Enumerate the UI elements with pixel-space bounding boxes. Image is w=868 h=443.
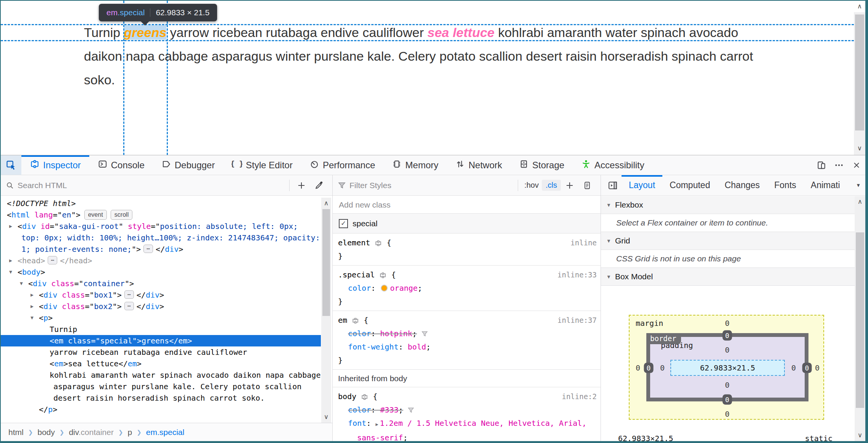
scrollbar-thumb[interactable]	[855, 14, 864, 130]
layout-scrollbar[interactable]: ∧ ∨	[855, 196, 865, 441]
property-value[interactable]: orange	[390, 284, 417, 293]
property-value[interactable]: 1.2em / 1.5 Helvetica Neue, Helvetica, A…	[357, 419, 586, 441]
section-grid-header[interactable]: ▼ Grid	[601, 232, 855, 250]
sidebar-tab-layout[interactable]: Layout	[622, 175, 662, 195]
rule-source-link[interactable]: inline:33	[557, 268, 597, 282]
tree-node[interactable]: <em>sea lettuce</em>	[1, 358, 321, 369]
add-rule-button[interactable]	[561, 176, 578, 195]
markup-scrollbar[interactable]: ∧ ∨	[321, 198, 331, 423]
tree-node[interactable]: ▶<div id="saka-gui-root" style="position…	[1, 221, 321, 232]
search-html-input[interactable]	[18, 181, 286, 190]
node-badge-scroll[interactable]: scroll	[111, 210, 132, 220]
rule-selector[interactable]: element	[338, 238, 370, 247]
tree-node[interactable]: 1; pointer-events: none;">⋯</div>	[1, 243, 321, 255]
rule-source-link[interactable]: inline:37	[557, 314, 597, 327]
border-top-value[interactable]: 0	[723, 330, 732, 341]
highlight-selector-icon[interactable]	[370, 238, 382, 247]
expand-arrow-icon[interactable]: ▶	[9, 221, 12, 232]
breadcrumb-item-em.special[interactable]: em.special	[144, 428, 187, 437]
css-declaration[interactable]: font-weight: bold;	[333, 340, 601, 354]
padding-bottom-value[interactable]: 0	[725, 380, 730, 390]
tab-storage[interactable]: Storage	[510, 155, 573, 175]
tree-node[interactable]: asparagus winter purslane kale. Celery p…	[1, 381, 321, 392]
tree-node[interactable]: ▼<p>	[1, 312, 321, 324]
class-checkbox[interactable]: ✓	[339, 219, 348, 228]
highlight-selector-icon[interactable]	[375, 270, 386, 279]
css-declaration[interactable]: color: hotpink;	[333, 327, 601, 340]
tree-node-selected[interactable]: <em class="special">greens</em>	[1, 335, 321, 346]
rule-source-link[interactable]: inline	[570, 236, 597, 250]
expand-icon[interactable]: ▶	[375, 422, 378, 427]
property-name[interactable]: color	[348, 284, 371, 293]
tree-node[interactable]: </p>	[1, 404, 321, 415]
sidebar-toggle-button[interactable]	[604, 176, 622, 195]
highlight-selector-icon[interactable]	[347, 316, 359, 325]
tree-node[interactable]: Turnip	[1, 324, 321, 335]
scroll-up-arrow[interactable]: ∧	[855, 196, 865, 208]
breadcrumb-item-body[interactable]: body	[35, 428, 57, 437]
tab-accessibility[interactable]: Accessibility	[573, 155, 653, 175]
section-flexbox-header[interactable]: ▼ Flexbox	[601, 196, 855, 214]
margin-left-value[interactable]: 0	[636, 363, 640, 372]
scroll-up-arrow[interactable]: ∧	[854, 1, 865, 12]
sidebar-tab-fonts[interactable]: Fonts	[767, 175, 804, 195]
scroll-down-arrow[interactable]: ∨	[854, 143, 865, 154]
close-devtools-button[interactable]	[848, 155, 865, 175]
css-declaration[interactable]: font: ▶1.2em / 1.5 Helvetica Neue, Helve…	[333, 417, 601, 441]
toggle-hover-pseudo-button[interactable]: :hov	[521, 181, 542, 190]
tab-console[interactable]: Console	[89, 155, 153, 175]
tree-node[interactable]: kohlrabi amaranth water spinach avocado …	[1, 369, 321, 381]
filter-styles-input[interactable]	[349, 181, 515, 190]
print-media-button[interactable]	[578, 176, 596, 195]
border-right-value[interactable]: 0	[802, 363, 812, 373]
eyedropper-button[interactable]	[310, 176, 328, 195]
expand-arrow-icon[interactable]: ▶	[31, 289, 34, 301]
collapse-arrow-icon[interactable]: ▼	[9, 266, 12, 278]
tree-node[interactable]: <!DOCTYPE html>	[1, 198, 321, 209]
border-left-value[interactable]: 0	[644, 363, 654, 373]
sidebar-tab-changes[interactable]: Changes	[717, 175, 767, 195]
property-name[interactable]: color	[348, 405, 371, 414]
scrollbar-thumb[interactable]	[856, 232, 864, 408]
padding-left-value[interactable]: 0	[660, 363, 665, 372]
tree-node[interactable]: <html lang="en">eventscroll	[1, 209, 321, 221]
pick-element-button[interactable]	[1, 155, 21, 175]
box-model-content[interactable]: 62.9833×21.5	[670, 360, 785, 376]
property-name[interactable]: font-weight	[348, 342, 398, 351]
css-declaration[interactable]: color: orange;	[333, 282, 601, 295]
inline-expander[interactable]: ⋯	[124, 302, 134, 310]
inline-expander[interactable]: ⋯	[124, 290, 134, 299]
tab-inspector[interactable]: Inspector	[21, 155, 89, 175]
breadcrumb-item-div[interactable]: div.container	[66, 428, 116, 437]
padding-top-value[interactable]: 0	[725, 345, 730, 354]
tab-style-editor[interactable]: { }Style Editor	[223, 155, 301, 175]
collapse-arrow-icon[interactable]: ▼	[31, 312, 34, 324]
tab-memory[interactable]: Memory	[383, 155, 447, 175]
property-value[interactable]: bold	[408, 342, 426, 351]
inline-expander[interactable]: ⋯	[48, 256, 57, 264]
page-scrollbar[interactable]: ∧ ∨	[854, 1, 865, 155]
scrollbar-thumb[interactable]	[322, 209, 330, 316]
section-boxmodel-header[interactable]: ▼ Box Model	[601, 268, 855, 286]
tree-node[interactable]: ▼<body>	[1, 266, 321, 278]
toggle-classes-button[interactable]: .cls	[542, 180, 561, 191]
sidebar-tab-animati[interactable]: Animati	[804, 175, 847, 195]
breadcrumb-item-p[interactable]: p	[126, 428, 135, 437]
overridden-filter-icon[interactable]	[407, 403, 415, 417]
add-node-button[interactable]	[293, 176, 310, 195]
color-swatch[interactable]	[381, 285, 388, 292]
rule-selector[interactable]: body	[338, 392, 356, 401]
rule-selector[interactable]: em	[338, 316, 347, 325]
tree-node[interactable]: top: 0px; width: 100%; height…100%; z-in…	[1, 232, 321, 243]
breadcrumb-item-html[interactable]: html	[6, 428, 26, 437]
scroll-up-arrow[interactable]: ∧	[321, 198, 331, 209]
border-bottom-value[interactable]: 0	[723, 395, 732, 405]
tree-node[interactable]: yarrow ricebean rutabaga endive cauliflo…	[1, 346, 321, 358]
margin-top-value[interactable]: 0	[725, 319, 730, 328]
node-badge-event[interactable]: event	[84, 210, 107, 220]
add-new-class-input[interactable]	[339, 200, 594, 209]
property-name[interactable]: font	[348, 419, 366, 428]
expand-arrow-icon[interactable]: ▶	[9, 255, 12, 266]
collapse-arrow-icon[interactable]: ▼	[20, 278, 23, 289]
tab-performance[interactable]: Performance	[301, 155, 383, 175]
